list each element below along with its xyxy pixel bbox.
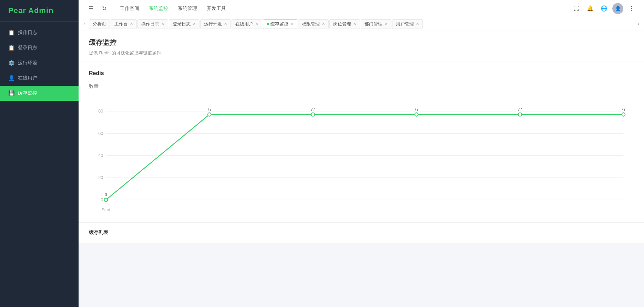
- brand-name: Pear Admin: [8, 6, 53, 15]
- tab-label: 用户管理: [396, 21, 414, 27]
- redis-section-title: Redis: [89, 70, 634, 76]
- tab-工作台[interactable]: 工作台✕: [111, 19, 137, 29]
- bottom-section: 缓存列表: [79, 223, 644, 243]
- tab-close-btn[interactable]: ✕: [130, 22, 133, 26]
- topnav-right: ⛶ 🔔 🌐 👤 ⋮: [571, 3, 637, 14]
- bell-icon[interactable]: 🔔: [585, 3, 596, 14]
- tab-用户管理[interactable]: 用户管理✕: [392, 19, 423, 29]
- page-subtitle: 提供 Redis 的可视化监控与键值操作.: [89, 50, 634, 56]
- tab-缓存监控[interactable]: 缓存监控✕: [263, 19, 297, 29]
- chart-svg: 0204060800Start7777777777: [89, 100, 634, 214]
- chart-value-label: 77: [311, 107, 315, 112]
- tab-部门管理[interactable]: 部门管理✕: [361, 19, 391, 29]
- bottom-section-title: 缓存列表: [89, 230, 634, 236]
- menu-toggle-icon[interactable]: ☰: [85, 3, 96, 14]
- topnav-menu-工作空间[interactable]: 工作空间: [115, 3, 144, 14]
- topnav-menu-系统管理[interactable]: 系统管理: [173, 3, 202, 14]
- chart-point: [208, 113, 211, 116]
- tab-岗位管理[interactable]: 岗位管理✕: [329, 19, 360, 29]
- main-area: ☰ ↻ 工作空间系统监控系统管理开发工具 ⛶ 🔔 🌐 👤 ⋮ ‹ 分析页工作台✕…: [79, 0, 644, 307]
- user-avatar[interactable]: 👤: [612, 3, 623, 14]
- tab-label: 操作日志: [141, 21, 159, 27]
- tab-label: 工作台: [114, 21, 128, 27]
- sidebar-item-huancun-jiankong[interactable]: 💾 缓存监控: [0, 86, 79, 101]
- sidebar: Pear Admin 📋 操作日志 📋 登录日志 ⚙️ 运行环境 👤 在线用户 …: [0, 0, 79, 307]
- tab-prev-btn[interactable]: ‹: [80, 20, 88, 28]
- content-area: 缓存监控 提供 Redis 的可视化监控与键值操作. Redis 数量 0204…: [79, 31, 644, 307]
- chart-point: [518, 113, 522, 116]
- chart-value-label: 77: [414, 107, 419, 112]
- sidebar-item-caozuo-rizhi[interactable]: 📋 操作日志: [0, 25, 79, 40]
- huancun-jiankong-icon: 💾: [8, 90, 14, 96]
- y-label: 20: [98, 175, 103, 180]
- tab-close-btn[interactable]: ✕: [322, 22, 325, 26]
- chart-point: [311, 113, 315, 116]
- topnav: ☰ ↻ 工作空间系统监控系统管理开发工具 ⛶ 🔔 🌐 👤 ⋮: [79, 0, 644, 17]
- tab-登录日志[interactable]: 登录日志✕: [169, 19, 200, 29]
- tab-label: 缓存监控: [270, 21, 288, 27]
- tab-close-btn[interactable]: ✕: [161, 22, 164, 26]
- globe-icon[interactable]: 🌐: [599, 3, 610, 14]
- tab-label: 权限管理: [302, 21, 320, 27]
- chart-point: [415, 113, 418, 116]
- tab-close-btn[interactable]: ✕: [193, 22, 196, 26]
- denglu-rizhi-icon: 📋: [8, 45, 14, 51]
- tab-分析页[interactable]: 分析页: [89, 19, 110, 29]
- tab-label: 在线用户: [235, 21, 253, 27]
- tab-label: 岗位管理: [333, 21, 351, 27]
- sidebar-item-label: 操作日志: [18, 30, 37, 36]
- redis-section: Redis 数量 0204060800Start7777777777: [79, 62, 644, 223]
- tab-close-btn[interactable]: ✕: [416, 22, 419, 26]
- topnav-menu-开发工具[interactable]: 开发工具: [202, 3, 231, 14]
- sidebar-item-zaixian-yonghu[interactable]: 👤 在线用户: [0, 71, 79, 86]
- sidebar-menu: 📋 操作日志 📋 登录日志 ⚙️ 运行环境 👤 在线用户 💾 缓存监控: [0, 22, 79, 307]
- sidebar-item-label: 在线用户: [18, 75, 37, 81]
- page-header: 缓存监控 提供 Redis 的可视化监控与键值操作.: [79, 31, 644, 62]
- yunxing-huanjing-icon: ⚙️: [8, 60, 14, 66]
- chart-point: [622, 113, 625, 116]
- tab-权限管理[interactable]: 权限管理✕: [298, 19, 329, 29]
- y-label: 0: [101, 197, 103, 202]
- tab-在线用户[interactable]: 在线用户✕: [232, 19, 262, 29]
- tab-next-btn[interactable]: ›: [634, 20, 643, 28]
- tab-操作日志[interactable]: 操作日志✕: [137, 19, 168, 29]
- tab-label: 运行环境: [204, 21, 222, 27]
- sidebar-item-label: 缓存监控: [18, 90, 37, 96]
- topnav-menu: 工作空间系统监控系统管理开发工具: [115, 3, 569, 14]
- tab-close-btn[interactable]: ✕: [224, 22, 227, 26]
- chart-value-label: 77: [621, 107, 626, 112]
- y-label: 80: [98, 108, 103, 114]
- chart-line: [106, 115, 623, 200]
- y-label: 40: [98, 153, 103, 158]
- tabbar: ‹ 分析页工作台✕操作日志✕登录日志✕运行环境✕在线用户✕缓存监控✕权限管理✕岗…: [79, 17, 644, 31]
- tab-label: 部门管理: [365, 21, 382, 27]
- sidebar-logo: Pear Admin: [0, 0, 79, 22]
- sidebar-item-denglu-rizhi[interactable]: 📋 登录日志: [0, 40, 79, 55]
- chart-x-label: Start: [102, 208, 111, 212]
- chart-value-label: 0: [105, 192, 107, 197]
- tab-label: 登录日志: [173, 21, 191, 27]
- chart-value-label: 77: [207, 107, 212, 112]
- sidebar-item-label: 运行环境: [18, 60, 37, 66]
- tab-运行环境[interactable]: 运行环境✕: [200, 19, 231, 29]
- fullscreen-icon[interactable]: ⛶: [571, 3, 582, 14]
- sidebar-item-yunxing-huanjing[interactable]: ⚙️ 运行环境: [0, 55, 79, 71]
- tab-close-btn[interactable]: ✕: [385, 22, 388, 26]
- chart-container: 0204060800Start7777777777: [89, 94, 634, 214]
- tab-label: 分析页: [93, 21, 106, 27]
- zaixian-yonghu-icon: 👤: [8, 75, 14, 81]
- more-icon[interactable]: ⋮: [626, 3, 637, 14]
- page-title: 缓存监控: [89, 38, 634, 47]
- tab-close-btn[interactable]: ✕: [255, 22, 258, 26]
- y-label: 60: [98, 130, 103, 136]
- caozuo-rizhi-icon: 📋: [8, 30, 14, 36]
- refresh-icon[interactable]: ↻: [99, 3, 110, 14]
- chart-label: 数量: [89, 83, 634, 89]
- topnav-menu-系统监控[interactable]: 系统监控: [144, 3, 173, 14]
- chart-value-label: 77: [518, 107, 522, 112]
- tab-active-dot: [267, 23, 269, 25]
- tab-close-btn[interactable]: ✕: [353, 22, 356, 26]
- sidebar-item-label: 登录日志: [18, 45, 37, 51]
- tab-close-btn[interactable]: ✕: [290, 22, 294, 26]
- tabs-container: 分析页工作台✕操作日志✕登录日志✕运行环境✕在线用户✕缓存监控✕权限管理✕岗位管…: [89, 19, 634, 29]
